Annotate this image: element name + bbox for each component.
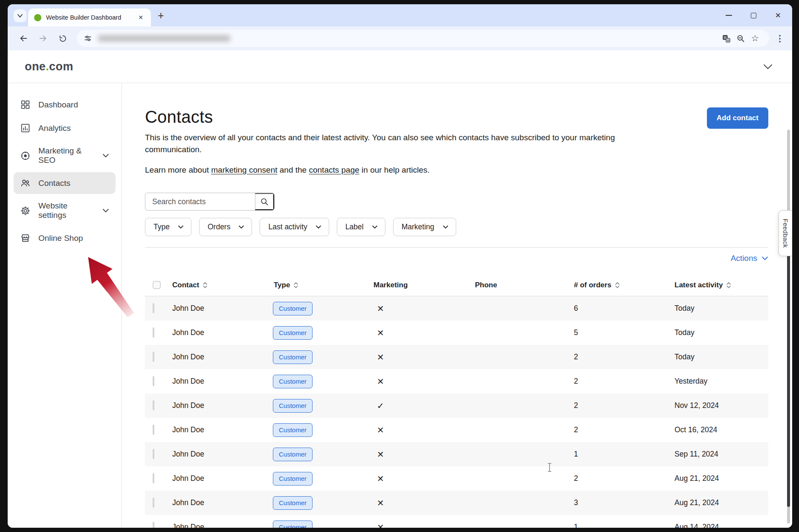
marketing-consent-link[interactable]: marketing consent <box>211 165 277 174</box>
table-row[interactable]: John Doe Customer ✓ ✕ 6 Today <box>145 296 768 321</box>
cell-contact-name: John Doe <box>170 401 271 410</box>
one-com-logo: one.com <box>25 60 73 73</box>
filter-button[interactable]: Last activity <box>260 218 329 236</box>
close-tab-icon[interactable]: ✕ <box>136 13 145 22</box>
filter-button[interactable]: Type <box>145 218 191 236</box>
row-checkbox[interactable] <box>153 522 154 528</box>
sidebar-item-contacts[interactable]: Contacts <box>14 172 116 194</box>
sort-icon[interactable] <box>615 281 620 289</box>
text-cursor-artifact <box>549 463 550 472</box>
account-chevron-down-icon[interactable] <box>763 64 773 69</box>
search-input[interactable] <box>145 193 255 210</box>
feedback-tab[interactable]: Feedback <box>779 210 792 256</box>
row-checkbox[interactable] <box>153 425 154 435</box>
select-all-checkbox[interactable] <box>153 281 161 289</box>
sidebar-item-dashboard[interactable]: Dashboard <box>14 94 116 116</box>
chevron-down-icon <box>761 256 768 260</box>
row-checkbox[interactable] <box>153 473 154 483</box>
table-row[interactable]: John Doe Customer ✓ ✕ 1 Aug 14, 2024 <box>145 515 768 528</box>
sidebar-item-online-shop[interactable]: Online Shop <box>14 227 116 249</box>
table-row[interactable]: John Doe Customer ✓ ✕ 3 Aug 21, 2024 <box>145 491 768 515</box>
target-icon <box>20 150 31 161</box>
column-header: Phone <box>472 281 571 289</box>
cell-contact-name: John Doe <box>170 450 271 459</box>
table-row[interactable]: John Doe Customer ✓ ✕ 2 Aug 21, 2024 <box>145 466 768 491</box>
contacts-page: Contacts Add contact This is the overvie… <box>122 84 792 528</box>
table-row[interactable]: John Doe Customer ✓ ✕ 2 Oct 16, 2024 <box>145 418 768 442</box>
new-tab-button[interactable]: + <box>158 9 164 22</box>
contacts-page-link[interactable]: contacts page <box>309 165 359 174</box>
marketing-not-subscribed-cross-icon: ✕ <box>377 474 384 483</box>
url-bar[interactable]: GA ☆ <box>77 30 769 47</box>
bookmark-button[interactable]: ☆ <box>748 32 762 45</box>
browser-window: Website Builder Dashboard ✕ + ✕ GA <box>8 4 792 528</box>
site-settings-icon[interactable] <box>84 34 92 43</box>
table-body: John Doe Customer ✓ ✕ 6 Today <box>145 296 768 528</box>
back-button[interactable] <box>16 31 31 46</box>
sort-icon[interactable] <box>203 281 208 289</box>
sidebar-item-website-settings[interactable]: Website settings <box>14 196 116 226</box>
zoom-out-button[interactable] <box>733 32 748 45</box>
customer-type-badge: Customer <box>273 496 313 510</box>
search-button[interactable] <box>255 193 274 210</box>
row-checkbox[interactable] <box>153 376 154 386</box>
tab-search-button[interactable] <box>14 9 26 22</box>
forward-arrow-icon <box>38 34 48 43</box>
scrollbar-thumb[interactable] <box>787 243 790 507</box>
row-checkbox[interactable] <box>153 352 154 362</box>
cell-contact-name: John Doe <box>170 304 271 313</box>
divider <box>145 247 768 248</box>
minimize-button[interactable] <box>726 15 732 16</box>
column-header[interactable]: Contact <box>170 281 271 289</box>
app-viewport: one.com Dashboard Analytics Marketing & … <box>8 50 792 528</box>
marketing-not-subscribed-cross-icon: ✕ <box>377 450 384 459</box>
table-row[interactable]: John Doe Customer ✓ ✕ 5 Today <box>145 321 768 345</box>
marketing-not-subscribed-cross-icon: ✕ <box>377 304 384 313</box>
add-contact-button[interactable]: Add contact <box>707 107 768 129</box>
site-favicon <box>34 14 41 21</box>
row-checkbox[interactable] <box>153 400 154 411</box>
sidebar-item-marketing-seo[interactable]: Marketing & SEO <box>14 141 116 171</box>
filter-bar: Type Orders Last activity <box>145 218 768 236</box>
sidebar-item-analytics[interactable]: Analytics <box>14 117 116 139</box>
browser-menu-button[interactable]: ⋮ <box>773 31 786 46</box>
chevron-down-icon <box>178 225 184 229</box>
customer-type-badge: Customer <box>273 399 313 413</box>
filter-button[interactable]: Orders <box>199 218 252 236</box>
table-row[interactable]: John Doe Customer ✓ ✕ 2 Yesterday <box>145 369 768 393</box>
translate-button[interactable]: GA <box>719 32 733 45</box>
customer-type-badge: Customer <box>273 350 313 364</box>
row-checkbox[interactable] <box>153 327 154 338</box>
filter-button[interactable]: Marketing <box>393 218 456 236</box>
cell-type: Customer <box>271 375 371 388</box>
forward-button[interactable] <box>36 31 50 46</box>
chevron-down-icon <box>443 225 449 229</box>
row-select-cell <box>145 353 170 361</box>
sort-icon[interactable] <box>726 281 731 289</box>
cell-orders: 2 <box>571 377 672 386</box>
column-header[interactable]: Type <box>271 281 371 289</box>
scrollbar-track[interactable] <box>787 130 790 523</box>
actions-dropdown[interactable]: Actions <box>731 254 768 263</box>
column-header[interactable]: # of orders <box>571 281 672 289</box>
table-row[interactable]: John Doe Customer ✓ ✕ 2 Today <box>145 345 768 369</box>
column-header[interactable]: Latest activity <box>672 281 768 289</box>
reload-button[interactable] <box>55 31 70 46</box>
sort-icon[interactable] <box>293 281 298 289</box>
table-row[interactable]: John Doe Customer ✓ ✕ 2 Nov 12, 2024 <box>145 393 768 418</box>
maximize-button[interactable] <box>751 13 756 18</box>
cell-latest-activity: Today <box>672 304 768 313</box>
cell-marketing: ✓ ✕ <box>371 498 472 508</box>
cell-marketing: ✓ ✕ <box>371 522 472 528</box>
cell-type: Customer <box>271 496 371 510</box>
chevron-down-icon <box>17 14 23 18</box>
cell-latest-activity: Today <box>672 328 768 337</box>
table-row[interactable]: John Doe Customer ✓ ✕ 1 Sep 11, 2024 <box>145 442 768 466</box>
window-close-button[interactable]: ✕ <box>775 12 781 19</box>
row-checkbox[interactable] <box>153 497 154 508</box>
row-checkbox[interactable] <box>153 303 154 313</box>
cell-contact-name: John Doe <box>170 474 271 483</box>
row-checkbox[interactable] <box>153 449 154 459</box>
browser-tab[interactable]: Website Builder Dashboard ✕ <box>28 9 151 26</box>
filter-button[interactable]: Label <box>337 218 385 236</box>
